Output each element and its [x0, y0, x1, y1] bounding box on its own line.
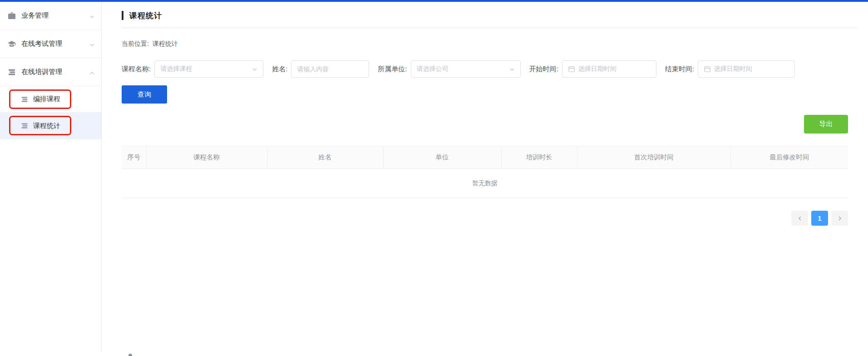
sidebar: 业务管理 在线考试管理 在线培训管理 [0, 2, 102, 352]
sidebar-item-business-management[interactable]: 业务管理 [0, 2, 101, 30]
filter-company: 所属单位: 请选择公司 [378, 60, 520, 78]
col-header-name: 姓名 [267, 146, 383, 169]
briefcase-icon [7, 11, 16, 20]
pagination-next-button[interactable] [831, 211, 848, 226]
breadcrumb-label: 当前位置: [122, 40, 149, 47]
calendar-icon [704, 65, 711, 73]
filter-end-time: 结束时间: 选择日期时间 [665, 60, 795, 78]
start-time-label: 开始时间: [529, 65, 558, 74]
col-header-index: 序号 [122, 146, 146, 169]
list-bars-icon [20, 95, 29, 104]
chevron-down-icon [89, 41, 95, 47]
filter-bar: 课程名称: 请选择课程 姓名: 所属单位: 请选择公司 [122, 60, 848, 78]
page-header: 课程统计 [122, 10, 848, 21]
start-time-datepicker[interactable]: 选择日期时间 [562, 60, 656, 78]
export-row: 导出 [122, 115, 848, 134]
start-time-placeholder: 选择日期时间 [578, 65, 616, 73]
end-time-placeholder: 选择日期时间 [714, 65, 752, 73]
list-bars-icon [20, 122, 29, 130]
query-button[interactable]: 查询 [122, 85, 167, 104]
course-name-select[interactable]: 请选择课程 [154, 60, 263, 78]
sidebar-item-label: 在线考试管理 [21, 40, 89, 48]
breadcrumb: 当前位置: 课程统计 [122, 40, 848, 48]
chevron-down-icon [89, 13, 95, 19]
filter-course-name: 课程名称: 请选择课程 [122, 60, 263, 78]
graduation-cap-icon [7, 40, 16, 49]
col-header-duration: 培训时长 [501, 146, 577, 169]
filter-person-name: 姓名: [272, 60, 369, 78]
filter-start-time: 开始时间: 选择日期时间 [529, 60, 656, 78]
header-divider [122, 28, 857, 28]
chevron-down-icon [509, 66, 515, 72]
sidebar-item-online-training-management[interactable]: 在线培训管理 [0, 58, 101, 86]
pagination-page-1[interactable]: 1 [811, 211, 828, 226]
table-header-row: 序号 课程名称 姓名 单位 培训时长 首次培训时间 最后修改时间 [122, 146, 848, 169]
breadcrumb-current: 课程统计 [153, 40, 178, 47]
col-header-unit: 单位 [383, 146, 501, 169]
sidebar-item-label: 在线培训管理 [21, 68, 89, 76]
col-header-course-name: 课程名称 [146, 146, 267, 169]
chevron-up-icon [89, 69, 95, 75]
list-bars-icon [7, 68, 16, 77]
export-button[interactable]: 导出 [804, 115, 848, 134]
pagination: 1 [122, 211, 848, 226]
empty-text: 暂无数据 [122, 169, 848, 198]
sidebar-item-online-exam-management[interactable]: 在线考试管理 [0, 30, 101, 58]
course-statistics-table: 序号 课程名称 姓名 单位 培训时长 首次培训时间 最后修改时间 暂无数据 [122, 146, 848, 198]
chevron-right-icon [837, 216, 843, 221]
end-time-label: 结束时间: [665, 65, 694, 74]
calendar-icon [568, 65, 575, 73]
course-name-label: 课程名称: [122, 65, 151, 74]
col-header-last-modified-time: 最后修改时间 [730, 146, 848, 169]
pagination-prev-button[interactable] [791, 211, 808, 226]
course-name-placeholder: 请选择课程 [160, 65, 192, 73]
sidebar-subitem-label: 课程统计 [33, 122, 60, 130]
person-name-field [291, 60, 369, 78]
chevron-down-icon [252, 66, 257, 72]
title-accent-bar [122, 11, 123, 20]
company-select[interactable]: 请选择公司 [411, 60, 521, 78]
sidebar-subitem-label: 编排课程 [33, 95, 60, 104]
sidebar-item-label: 业务管理 [21, 11, 89, 20]
company-label: 所属单位: [378, 65, 407, 74]
table-empty-row: 暂无数据 [122, 169, 848, 198]
sidebar-subitem-course-statistics[interactable]: 课程统计 [0, 112, 101, 139]
company-placeholder: 请选择公司 [417, 65, 449, 73]
end-time-datepicker[interactable]: 选择日期时间 [698, 60, 795, 78]
person-name-label: 姓名: [272, 65, 287, 74]
main-content: 课程统计 当前位置: 课程统计 课程名称: 请选择课程 姓名: [102, 2, 868, 356]
person-name-input[interactable] [297, 61, 363, 77]
page-title: 课程统计 [129, 10, 162, 21]
sidebar-subitem-arrange-courses[interactable]: 编排课程 [0, 86, 101, 112]
chevron-left-icon [797, 216, 803, 221]
col-header-first-training-time: 首次培训时间 [577, 146, 730, 169]
partial-dot [128, 354, 132, 356]
